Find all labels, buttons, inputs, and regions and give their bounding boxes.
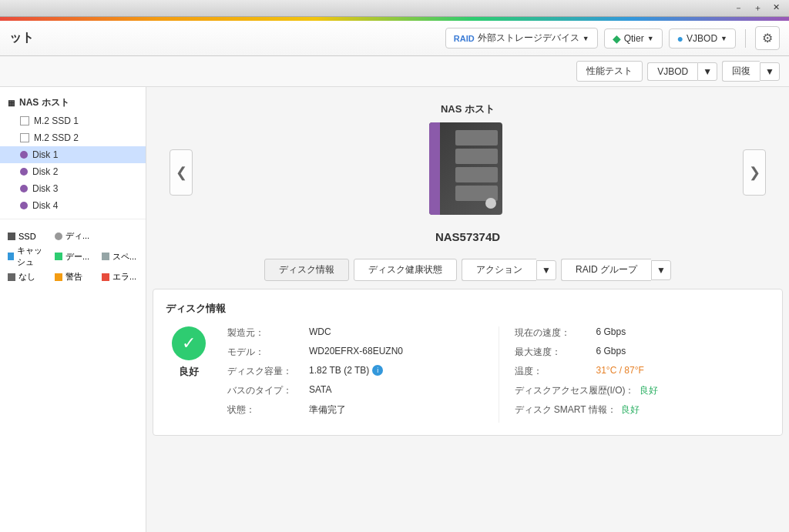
vjbod-label: VJBOD [687, 33, 717, 44]
warning-label: 警告 [65, 271, 82, 283]
disk-status-value: 準備完了 [309, 403, 346, 417]
disk-fields-left: 製造元： WDC モデル： WD20EFRX-68EUZN0 ディスク容量： 1… [227, 326, 483, 423]
space-label: スペ... [112, 251, 136, 263]
recovery-toolbar-button[interactable]: 回復 [722, 61, 760, 82]
disk-info-title: ディスク情報 [166, 302, 770, 316]
prev-device-button[interactable]: ❮ [170, 149, 193, 196]
m2ssd1-label: M.2 SSD 1 [34, 115, 79, 126]
vjbod-toolbar-group: VJBOD ▼ [647, 62, 717, 81]
field-current-speed: 現在の速度： 6 Gbps [515, 326, 771, 340]
cache-label: キャッシュ [17, 245, 50, 268]
sidebar-item-m2ssd2[interactable]: M.2 SSD 2 [0, 129, 146, 146]
sidebar-item-m2ssd1[interactable]: M.2 SSD 1 [0, 112, 146, 129]
sidebar-item-disk1[interactable]: Disk 1 [0, 146, 146, 163]
field-model: モデル： WD20EFRX-68EUZN0 [227, 346, 483, 359]
right-arrow-icon: ❯ [749, 164, 760, 181]
sidebar: ▦ NAS ホスト M.2 SSD 1 M.2 SSD 2 Disk 1 Dis… [0, 87, 146, 532]
maximize-button[interactable]: ＋ [750, 2, 765, 14]
tab-raid-group: RAID グループ ▼ [561, 259, 671, 281]
capacity-info-icon[interactable]: i [372, 365, 383, 376]
vertical-divider [499, 326, 499, 423]
tab-raid-caret[interactable]: ▼ [651, 260, 671, 280]
vjbod-caret: ▼ [720, 35, 727, 42]
sidebar-nas-host[interactable]: ▦ NAS ホスト [0, 93, 146, 112]
legend-row-3: なし 警告 エラ... [8, 271, 138, 283]
m2ssd1-checkbox[interactable] [20, 116, 29, 125]
disk4-label: Disk 4 [32, 200, 58, 211]
sidebar-item-disk3[interactable]: Disk 3 [0, 180, 146, 197]
main-content: NAS ホスト ❮ [146, 87, 789, 532]
title-bar: － ＋ ✕ [0, 0, 789, 17]
nas-slot-3 [455, 167, 498, 182]
disk1-dot [20, 151, 28, 159]
tab-disk-health[interactable]: ディスク健康状態 [354, 259, 457, 281]
nas-host-label: NAS ホスト [19, 96, 69, 109]
io-history-label: ディスクアクセス履歴(I/O)： [515, 384, 635, 397]
disk-info-content: ✓ 良好 製造元： WDC モデル： WD20EFRX-68EUZN0 [166, 326, 770, 423]
nas-slot-2 [455, 149, 498, 164]
bus-type-value: SATA [309, 384, 332, 395]
app-title: ット [9, 30, 439, 46]
disk-label: ディ... [65, 230, 89, 242]
legend-error: エラ... [102, 271, 144, 283]
visual-wrapper: ❮ ❯ [162, 122, 774, 223]
external-storage-button[interactable]: RAID 外部ストレージデバイス ▼ [445, 28, 598, 49]
external-storage-label: 外部ストレージデバイス [478, 32, 579, 45]
m2ssd2-checkbox[interactable] [20, 133, 29, 142]
gear-icon: ⚙ [762, 32, 773, 45]
legend-space: スペ... [102, 251, 144, 263]
sidebar-divider [0, 219, 146, 219]
error-label: エラ... [112, 271, 136, 283]
tab-action-caret[interactable]: ▼ [536, 260, 556, 280]
vjbod-button[interactable]: ● VJBOD ▼ [669, 28, 736, 49]
main-layout: ▦ NAS ホスト M.2 SSD 1 M.2 SSD 2 Disk 1 Dis… [0, 87, 789, 532]
legend-cache: キャッシュ [8, 245, 50, 268]
toolbar: 性能テスト VJBOD ▼ 回復 ▼ [0, 56, 789, 87]
external-storage-caret: ▼ [583, 35, 589, 42]
capacity-label: ディスク容量： [227, 365, 304, 378]
model-value: WD20EFRX-68EUZN0 [309, 346, 403, 356]
disk-fields-right: 現在の速度： 6 Gbps 最大速度： 6 Gbps 温度： 31°C / 87… [515, 326, 771, 423]
disk-icon [55, 233, 62, 240]
model-label: モデル： [227, 346, 304, 359]
close-button[interactable]: ✕ [770, 2, 783, 14]
app-header: ット RAID 外部ストレージデバイス ▼ ◆ Qtier ▼ ● VJBOD … [0, 21, 789, 56]
nas-device-image [429, 122, 506, 223]
disk1-label: Disk 1 [32, 149, 58, 160]
tab-disk-info[interactable]: ディスク情報 [264, 259, 349, 281]
ssd-label: SSD [18, 232, 36, 241]
max-speed-label: 最大速度： [515, 346, 592, 359]
vjbod-toolbar-button[interactable]: VJBOD [647, 62, 697, 81]
minimize-button[interactable]: － [731, 2, 746, 14]
disk-status-label: 状態： [227, 403, 304, 417]
disk2-label: Disk 2 [32, 166, 58, 177]
disk3-dot [20, 185, 28, 192]
nas-device-name: NAS57374D [435, 230, 500, 243]
qtier-button[interactable]: ◆ Qtier ▼ [604, 28, 663, 49]
next-device-button[interactable]: ❯ [743, 149, 766, 196]
qtier-label: Qtier [624, 33, 644, 44]
tab-raid[interactable]: RAID グループ [561, 259, 651, 281]
none-label: なし [18, 271, 35, 283]
legend-data: デー... [55, 251, 97, 263]
data-icon [55, 253, 62, 260]
io-history-value: 良好 [640, 384, 658, 397]
data-label: デー... [65, 251, 89, 263]
settings-gear-button[interactable]: ⚙ [755, 26, 780, 50]
recovery-toolbar-caret-button[interactable]: ▼ [760, 62, 780, 81]
field-manufacturer: 製造元： WDC [227, 326, 483, 340]
temperature-label: 温度： [515, 365, 592, 378]
sidebar-item-disk2[interactable]: Disk 2 [0, 163, 146, 180]
field-capacity: ディスク容量： 1.82 TB (2 TB) i [227, 365, 483, 378]
temperature-value: 31°C / 87°F [596, 365, 644, 376]
none-icon [8, 273, 15, 281]
sidebar-item-disk4[interactable]: Disk 4 [0, 197, 146, 214]
current-speed-label: 現在の速度： [515, 326, 592, 340]
vjbod-toolbar-caret-button[interactable]: ▼ [697, 62, 717, 81]
performance-test-button[interactable]: 性能テスト [576, 61, 643, 82]
nas-host-visual-label: NAS ホスト [441, 102, 495, 116]
legend-ssd: SSD [8, 232, 50, 241]
tab-action[interactable]: アクション [462, 259, 536, 281]
legend-row-1: SSD ディ... [8, 230, 138, 242]
manufacturer-label: 製造元： [227, 326, 304, 340]
